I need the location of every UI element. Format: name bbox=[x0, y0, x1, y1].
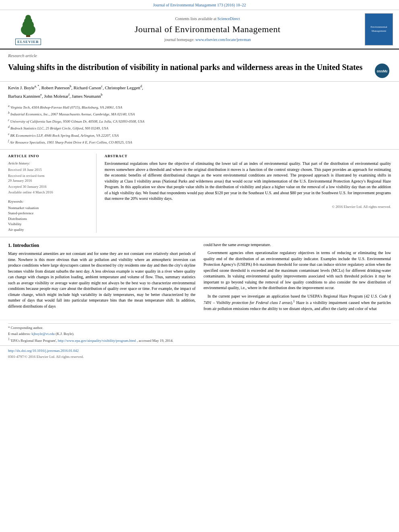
keyword-2: Stated-preference bbox=[8, 211, 90, 216]
page-footer: http://dx.doi.org/10.1016/j.jenvman.2016… bbox=[0, 345, 399, 362]
journal-top-line: Journal of Environmental Management 173 … bbox=[0, 0, 399, 10]
corresponding-author-note: * Corresponding author. bbox=[8, 325, 391, 331]
article-title: Valuing shifts in the distribution of vi… bbox=[8, 62, 371, 72]
introduction-heading: 1. Introduction bbox=[8, 242, 195, 249]
keywords-label: Keywords: bbox=[8, 199, 90, 204]
header-section: ELSEVIER Contents lists available at Sci… bbox=[0, 10, 399, 49]
sciencedirect-link[interactable]: ScienceDirect bbox=[217, 16, 240, 21]
issn-text: 0301-4797/© 2016 Elsevier Ltd. All right… bbox=[8, 355, 84, 359]
main-content: 1. Introduction Many environmental ameni… bbox=[0, 237, 399, 320]
issn-line: 0301-4797/© 2016 Elsevier Ltd. All right… bbox=[8, 354, 391, 359]
received-date: Received 18 June 2015 bbox=[8, 167, 90, 173]
email-link[interactable]: kjboyle@vt.edu bbox=[31, 332, 55, 336]
affiliation-e: e BK Econometrics LLP, 4946 Rock Spring … bbox=[8, 132, 391, 139]
elsevier-tree-icon bbox=[12, 14, 44, 38]
content-right: could have the same average temperature.… bbox=[204, 242, 391, 315]
page: Journal of Environmental Management 173 … bbox=[0, 0, 399, 532]
author-line-2: Barbara Kanninene, John Molenarf, James … bbox=[8, 92, 391, 100]
doi-line: http://dx.doi.org/10.1016/j.jenvman.2016… bbox=[8, 348, 391, 353]
introduction-text-right: could have the same average temperature.… bbox=[204, 242, 391, 312]
journal-title: Journal of Environmental Management bbox=[56, 23, 359, 36]
keyword-3: Distributions bbox=[8, 216, 90, 222]
affiliation-f: f Air Resource Specialists, 1901 Sharp P… bbox=[8, 139, 391, 146]
available-online-date: Available online 4 March 2016 bbox=[8, 190, 90, 195]
affiliation-b: b Industrial Economics, Inc., 2067 Massa… bbox=[8, 111, 391, 117]
journal-cover: Environmental Management bbox=[363, 13, 395, 45]
keyword-5: Air quality bbox=[8, 227, 90, 232]
keyword-4: Visibility bbox=[8, 222, 90, 227]
article-type: Research article bbox=[0, 49, 399, 60]
history-label: Article history: bbox=[8, 161, 90, 166]
authors-section: Kevin J. Boylea, *, Robert Patersonb, Ri… bbox=[0, 82, 399, 102]
author-line-1: Kevin J. Boylea, *, Robert Patersonb, Ri… bbox=[8, 84, 391, 91]
received-revised-date: Received in revised form29 January 2016 bbox=[8, 173, 90, 183]
crossmark[interactable]: CrossMark bbox=[375, 64, 391, 78]
introduction-text-left: Many environmental amenities are not con… bbox=[8, 251, 195, 309]
doi-link[interactable]: http://dx.doi.org/10.1016/j.jenvman.2016… bbox=[8, 349, 79, 353]
accepted-date: Accepted 30 January 2016 bbox=[8, 184, 90, 189]
svg-text:CrossMark: CrossMark bbox=[377, 69, 387, 73]
abstract-column: Abstract Environmental regulations often… bbox=[105, 154, 391, 233]
journal-citation: Journal of Environmental Management 173 … bbox=[153, 3, 246, 7]
email-note: E-mail address: kjboyle@vt.edu (K.J. Boy… bbox=[8, 331, 391, 337]
contents-line: Contents lists available at ScienceDirec… bbox=[56, 16, 359, 22]
crossmark-icon: CrossMark bbox=[375, 64, 389, 78]
affiliation-d: d Bedrock Statistics LLC, 25 Bridget Cir… bbox=[8, 125, 391, 131]
affiliation-c: c University of California San Diego, 95… bbox=[8, 118, 391, 125]
footnote-1: 1 'EPA's Regional Haze Program', http://… bbox=[8, 337, 391, 343]
article-info-heading: Article Info bbox=[8, 154, 90, 159]
footnotes-section: * Corresponding author. E-mail address: … bbox=[0, 320, 399, 345]
title-section: Valuing shifts in the distribution of vi… bbox=[0, 60, 399, 82]
affiliation-a: a Virginia Tech, 430A Bishop-Favrao Hall… bbox=[8, 104, 391, 111]
elsevier-logo: ELSEVIER bbox=[4, 13, 52, 45]
journal-url[interactable]: www.elsevier.com/locate/jenvman bbox=[195, 37, 251, 42]
info-abstract-section: Article Info Article history: Received 1… bbox=[0, 150, 399, 237]
journal-homepage: journal homepage: www.elsevier.com/locat… bbox=[56, 37, 359, 43]
svg-point-4 bbox=[25, 15, 31, 21]
abstract-heading: Abstract bbox=[105, 154, 391, 159]
journal-cover-image: Environmental Management bbox=[365, 13, 393, 45]
keyword-1: Nonmarket valuation bbox=[8, 205, 90, 211]
header-center: Contents lists available at ScienceDirec… bbox=[56, 13, 359, 45]
footnote-divider bbox=[8, 323, 391, 324]
copyright: © 2016 Elsevier Ltd. All rights reserved… bbox=[105, 204, 391, 210]
content-left: 1. Introduction Many environmental ameni… bbox=[8, 242, 195, 315]
article-info-column: Article Info Article history: Received 1… bbox=[8, 154, 97, 233]
footnote-url[interactable]: http://www.epa.gov/airquality/visibility… bbox=[58, 339, 136, 343]
keywords-section: Keywords: Nonmarket valuation Stated-pre… bbox=[8, 199, 90, 232]
elsevier-wordmark: ELSEVIER bbox=[15, 39, 41, 45]
abstract-text: Environmental regulations often have the… bbox=[105, 161, 391, 202]
affiliations-section: a Virginia Tech, 430A Bishop-Favrao Hall… bbox=[0, 102, 399, 150]
